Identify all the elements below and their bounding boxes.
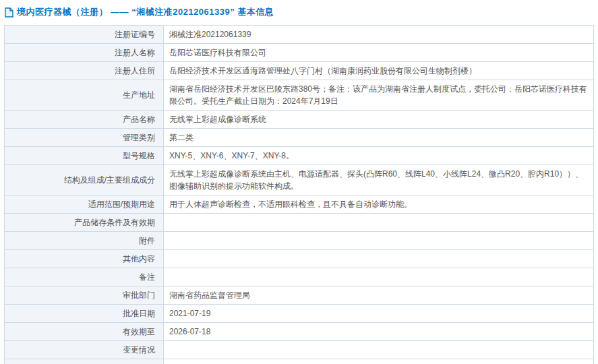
row-label-text: 备注 bbox=[139, 272, 155, 282]
table-row: 注 详情 bbox=[5, 359, 594, 364]
row-label: 产品名称 bbox=[5, 111, 164, 129]
table-row: 有效期至 2026-07-18 bbox=[5, 323, 594, 341]
row-value-text: 无线掌上彩超成像诊断系统由主机、电源适配器、探头(凸阵R60、线阵L40、小线阵… bbox=[169, 169, 583, 191]
row-label: 批准日期 bbox=[5, 305, 164, 323]
registration-info-table: 注册证编号 湘械注准20212061339 注册人名称 岳阳芯诺医疗科技有限公司… bbox=[4, 25, 594, 364]
row-label-text: 注册人名称 bbox=[115, 48, 155, 57]
row-label-text: 批准日期 bbox=[123, 309, 155, 318]
row-label: 注 bbox=[5, 359, 164, 364]
row-value-text: 岳阳芯诺医疗科技有限公司 bbox=[169, 48, 266, 57]
table-row: 批准日期 2021-07-19 bbox=[5, 305, 594, 323]
row-label: 其他内容 bbox=[5, 250, 164, 268]
table-row: 适用范围/预期用途 用于人体超声诊断检查，不适用眼科检查，且不具备自动诊断功能。 bbox=[5, 195, 594, 214]
table-row: 注册人名称 岳阳芯诺医疗科技有限公司 bbox=[5, 44, 594, 62]
row-value-text: 岳阳经济技术开发区通海路管理处八字门村（湖南康润药业股份有限公司生物制剂楼） bbox=[169, 66, 477, 75]
table-row: 产品名称 无线掌上彩超成像诊断系统 bbox=[5, 111, 594, 129]
row-label-text: 生产地址 bbox=[123, 90, 155, 100]
row-value bbox=[164, 250, 594, 268]
row-value: 用于人体超声诊断检查，不适用眼科检查，且不具备自动诊断功能。 bbox=[164, 195, 594, 214]
row-label-text: 型号规格 bbox=[123, 151, 155, 160]
row-value: 湖南省岳阳经济技术开发区巴陵东路380号；备注：该产品为湖南省注册人制度试点，委… bbox=[164, 80, 594, 111]
row-value-text: 第二类 bbox=[169, 133, 193, 142]
row-label: 结构及组成/主要组成成分 bbox=[5, 165, 164, 195]
row-label: 备注 bbox=[5, 268, 164, 286]
row-label-text: 产品名称 bbox=[123, 115, 155, 124]
row-label-text: 结构及组成/主要组成成分 bbox=[64, 175, 155, 185]
page-title: 境内医疗器械（注册） —— “湘械注准20212061339” 基本信息 bbox=[17, 6, 274, 18]
row-label: 审批部门 bbox=[5, 286, 164, 305]
table-row: 其他内容 bbox=[5, 250, 594, 268]
table-row: 附件 bbox=[5, 232, 594, 250]
row-label: 生产地址 bbox=[5, 80, 164, 111]
row-value-text: 无线掌上彩超成像诊断系统 bbox=[169, 115, 266, 124]
row-value-text: 2021-07-19 bbox=[169, 309, 210, 318]
row-value-text: 湖南省药品监督管理局 bbox=[169, 291, 250, 300]
row-label: 注册证编号 bbox=[5, 26, 164, 44]
table-row: 管理类别 第二类 bbox=[5, 129, 594, 147]
table-row: 结构及组成/主要组成成分 无线掌上彩超成像诊断系统由主机、电源适配器、探头(凸阵… bbox=[5, 165, 594, 195]
table-row: 注册人住所 岳阳经济技术开发区通海路管理处八字门村（湖南康润药业股份有限公司生物… bbox=[5, 62, 594, 80]
row-value: 无线掌上彩超成像诊断系统 bbox=[164, 111, 594, 129]
row-value: 2026-07-18 bbox=[164, 323, 594, 341]
row-label: 注册人住所 bbox=[5, 62, 164, 80]
row-label-text: 变更情况 bbox=[123, 345, 155, 355]
row-label: 产品储存条件及有效期 bbox=[5, 214, 164, 232]
row-label: 注册人名称 bbox=[5, 44, 164, 62]
row-value-text: 2026-07-18 bbox=[169, 327, 210, 336]
row-label: 型号规格 bbox=[5, 147, 164, 165]
table-row: 注册证编号 湘械注准20212061339 bbox=[5, 26, 594, 44]
row-value-text: 湖南省岳阳经济技术开发区巴陵东路380号；备注：该产品为湖南省注册人制度试点，委… bbox=[169, 84, 587, 106]
row-value bbox=[164, 232, 594, 250]
table-row: 审批部门 湖南省药品监督管理局 bbox=[5, 286, 594, 305]
row-value-text: 湘械注准20212061339 bbox=[169, 30, 251, 39]
row-label-text: 适用范围/预期用途 bbox=[88, 200, 155, 209]
row-value: XNY-5、XNY-6、XNY-7、XNY-8。 bbox=[164, 147, 594, 165]
row-label-text: 其他内容 bbox=[123, 254, 155, 264]
row-label: 有效期至 bbox=[5, 323, 164, 341]
table-row: 产品储存条件及有效期 bbox=[5, 214, 594, 232]
table-row: 变更情况 bbox=[5, 341, 594, 359]
row-label: 变更情况 bbox=[5, 341, 164, 359]
row-value: 岳阳芯诺医疗科技有限公司 bbox=[164, 44, 594, 62]
row-value: 2021-07-19 bbox=[164, 305, 594, 323]
row-value-text: XNY-5、XNY-6、XNY-7、XNY-8。 bbox=[169, 151, 294, 160]
row-label-text: 注册人住所 bbox=[115, 66, 155, 75]
row-value: 无线掌上彩超成像诊断系统由主机、电源适配器、探头(凸阵R60、线阵L40、小线阵… bbox=[164, 165, 594, 195]
row-label: 适用范围/预期用途 bbox=[5, 195, 164, 214]
row-label-text: 注册证编号 bbox=[115, 30, 155, 39]
row-value: 第二类 bbox=[164, 129, 594, 147]
row-value: 岳阳经济技术开发区通海路管理处八字门村（湖南康润药业股份有限公司生物制剂楼） bbox=[164, 62, 594, 80]
row-value bbox=[164, 214, 594, 232]
document-icon bbox=[5, 7, 13, 18]
row-value: 湖南省药品监督管理局 bbox=[164, 286, 594, 305]
table-row: 型号规格 XNY-5、XNY-6、XNY-7、XNY-8。 bbox=[5, 147, 594, 165]
row-value: 湘械注准20212061339 bbox=[164, 26, 594, 44]
row-label-text: 审批部门 bbox=[123, 291, 155, 300]
row-label-text: 有效期至 bbox=[123, 327, 155, 336]
row-value: 详情 bbox=[164, 359, 594, 364]
row-label-text: 产品储存条件及有效期 bbox=[74, 218, 155, 227]
row-value bbox=[164, 268, 594, 286]
row-label-text: 附件 bbox=[139, 236, 155, 245]
row-value-text: 用于人体超声诊断检查，不适用眼科检查，且不具备自动诊断功能。 bbox=[169, 200, 412, 209]
page-header: 境内医疗器械（注册） —— “湘械注准20212061339” 基本信息 bbox=[0, 0, 598, 24]
row-value bbox=[164, 341, 594, 359]
table-row: 生产地址 湖南省岳阳经济技术开发区巴陵东路380号；备注：该产品为湖南省注册人制… bbox=[5, 80, 594, 111]
row-label: 管理类别 bbox=[5, 129, 164, 147]
table-row: 备注 bbox=[5, 268, 594, 286]
row-label-text: 管理类别 bbox=[123, 133, 155, 142]
row-label: 附件 bbox=[5, 232, 164, 250]
